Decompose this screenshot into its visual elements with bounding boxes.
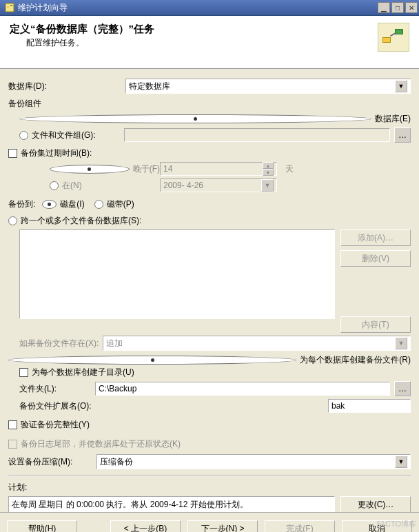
minimize-button[interactable]: ▁ [378,2,390,13]
remove-file-button: 删除(V) [340,250,411,267]
next-button[interactable]: 下一步(N) > [187,520,258,532]
back-button[interactable]: < 上一步(B) [110,520,181,532]
radio-database[interactable]: 数据库(E) [19,112,411,125]
radio-filegroups[interactable]: 文件和文件组(G): [19,129,124,141]
folder-browse-button[interactable]: … [394,381,411,396]
radio-tape[interactable]: 磁带(P) [94,198,134,210]
chevron-down-icon: ▼ [261,179,274,192]
svg-rect-0 [6,3,14,12]
radio-dot-icon [50,165,130,174]
help-button[interactable]: 帮助(H) [7,520,77,532]
databases-value: 特定数据库 [129,81,170,92]
databases-label: 数据库(D): [8,81,125,92]
radio-dot-icon [42,200,57,209]
chevron-down-icon: ▼ [395,80,407,92]
svg-rect-1 [7,6,9,8]
checkbox-icon [19,368,28,377]
radio-dot-icon [8,216,17,225]
check-subdir[interactable]: 为每个数据库创建子目录(U) [19,366,411,378]
svg-rect-2 [10,5,12,6]
folder-label: 文件夹(L): [19,383,95,395]
page-title: 定义“备份数据库（完整）”任务 [10,23,154,36]
expire-days-field: 14 ▲▼ [160,162,277,176]
exists-dropdown: 追加 ▼ [103,336,411,351]
radio-dot-icon [50,181,59,190]
extension-label: 备份文件扩展名(O): [19,400,328,412]
check-verify[interactable]: 验证备份完整性(Y) [8,418,411,431]
checkbox-icon [8,440,17,449]
expire-days-unit: 天 [285,163,294,175]
backup-files-list[interactable] [19,229,335,319]
exists-label: 如果备份文件存在(X): [19,338,99,349]
backup-component-group: 备份组件 [8,98,411,110]
filegroups-browse-button[interactable]: … [394,127,411,143]
radio-span-files[interactable]: 跨一个或多个文件备份数据库(S): [8,214,411,227]
chevron-down-icon: ▼ [395,337,407,349]
radio-dot-icon [19,114,371,123]
backup-to-label: 备份到: [8,198,35,210]
radio-dot-icon [94,200,103,209]
contents-button: 内容(T) [340,316,411,333]
page-subtitle: 配置维护任务。 [26,37,154,49]
schedule-label: 计划: [8,482,411,493]
radio-per-db-file[interactable]: 为每个数据库创建备份文件(R) [8,354,411,366]
compression-dropdown[interactable]: 压缩备份 ▼ [96,454,411,469]
check-tail-log: 备份日志尾部，并使数据库处于还原状态(K) [8,438,411,450]
watermark: 51CTO博客 [377,519,416,529]
expire-date-field: 2009- 4-26 ▼ [160,178,277,192]
radio-expire-on: 在(N) [50,179,160,192]
radio-expire-after: 晚于(F) [50,163,160,175]
schedule-text: 在每周 星期日 的 0:00:00 执行。将从 2009-4-12 开始使用计划… [8,496,335,513]
change-schedule-button[interactable]: 更改(C)… [340,496,411,513]
app-icon [4,2,15,13]
checkbox-icon [8,149,17,158]
folder-field[interactable]: C:\Backup [95,382,390,396]
radio-dot-icon [19,131,28,140]
finish-button: 完成(F) [265,520,335,532]
window-title: 维护计划向导 [18,2,378,14]
compression-label: 设置备份压缩(M): [8,456,96,468]
extension-field[interactable]: bak [328,399,411,413]
radio-dot-icon [8,356,296,365]
add-file-button: 添加(A)… [340,229,411,246]
filegroups-field [124,128,390,142]
databases-dropdown[interactable]: 特定数据库 ▼ [125,79,411,94]
check-expire[interactable]: 备份集过期时间(B): [8,147,411,159]
radio-disk[interactable]: 磁盘(I) [42,198,84,210]
checkbox-icon [8,420,17,429]
wizard-icon [378,23,409,52]
chevron-down-icon: ▼ [395,456,407,468]
close-button[interactable]: ✕ [405,2,418,13]
maximize-button[interactable]: □ [391,2,404,13]
spinner-icon: ▲▼ [263,162,274,176]
